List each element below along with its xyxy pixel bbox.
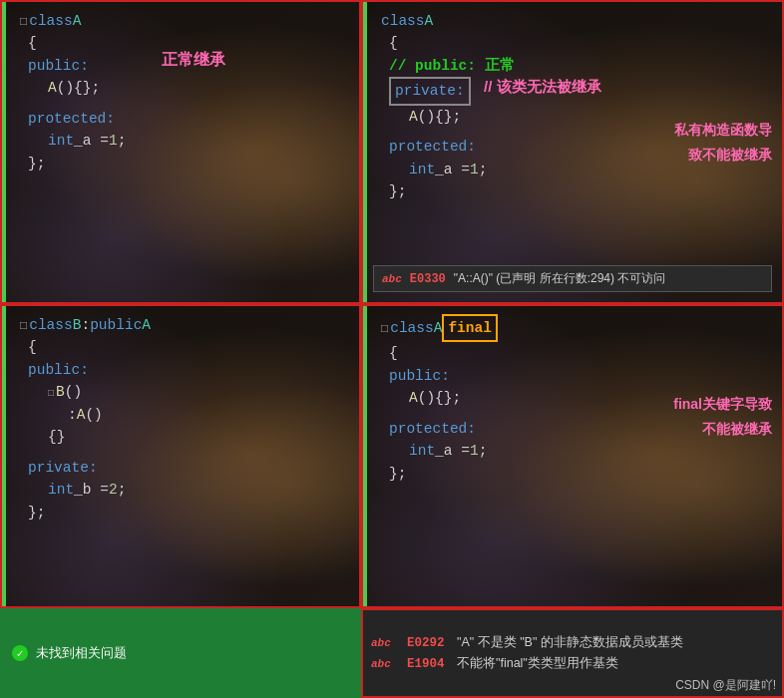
access-specifier: protected: bbox=[389, 136, 476, 158]
green-bar bbox=[2, 2, 6, 302]
access-specifier: private: bbox=[28, 457, 98, 479]
brace: }; bbox=[28, 502, 45, 524]
code-line: class A bbox=[381, 10, 770, 32]
code-line: □ B () bbox=[48, 381, 347, 403]
keyword-public: public bbox=[90, 314, 142, 336]
error-msg-e0330: "A::A()" (已声明 所在行数:294) 不可访问 bbox=[454, 270, 666, 287]
error-abc-icon2: abc bbox=[371, 658, 399, 670]
error-abc-icon1: abc bbox=[371, 637, 399, 649]
code-line: }; bbox=[389, 463, 770, 485]
keyword-int: int bbox=[48, 479, 74, 501]
class-name: A bbox=[425, 10, 434, 32]
annotation-cannot-inherit2: 致不能被继承 bbox=[688, 147, 772, 165]
collapse-icon-small: □ bbox=[48, 386, 54, 402]
panel-top-left: □ class A { public: A () {}; protect bbox=[0, 0, 361, 304]
braces: {} bbox=[48, 426, 65, 448]
code-text: ; bbox=[479, 440, 488, 462]
code-line: }; bbox=[28, 502, 347, 524]
code-line: int _a = 1 ; bbox=[409, 440, 770, 462]
annotation-cannot-inherit: // 该类无法被继承 bbox=[484, 75, 601, 98]
keyword-class: class bbox=[29, 10, 73, 32]
code-line: : A () bbox=[68, 404, 347, 426]
brace: { bbox=[389, 32, 398, 54]
brace: { bbox=[28, 32, 37, 54]
code-text: {}; bbox=[74, 77, 100, 99]
brace: { bbox=[28, 336, 37, 358]
access-specifier: public: bbox=[28, 55, 89, 77]
number-literal: 2 bbox=[109, 479, 118, 501]
method-decl: A bbox=[48, 77, 57, 99]
panel-bottom-right: □ class A final { public: A () {}; bbox=[361, 304, 784, 608]
green-bar bbox=[2, 306, 6, 606]
colon: : bbox=[81, 314, 90, 336]
keyword-class: class bbox=[29, 314, 73, 336]
keyword-int: int bbox=[409, 440, 435, 462]
code-line: □ class A bbox=[20, 10, 347, 32]
code-line: A () {}; bbox=[48, 77, 347, 99]
panel-bottom-left: □ class B : public A { public: □ B () bbox=[0, 304, 361, 608]
paren: () bbox=[418, 106, 435, 128]
code-line: □ class A final bbox=[381, 314, 770, 342]
paren: () bbox=[57, 77, 74, 99]
code-text: {}; bbox=[435, 387, 461, 409]
brace: }; bbox=[28, 153, 45, 174]
class-name-b: B bbox=[73, 314, 82, 336]
code-text: _b = bbox=[74, 479, 109, 501]
error-msg-e0292: "A" 不是类 "B" 的非静态数据成员或基类 bbox=[457, 634, 683, 651]
code-line: public: bbox=[28, 55, 347, 77]
code-text: {}; bbox=[435, 106, 461, 128]
collapse-icon: □ bbox=[20, 13, 27, 32]
collapse-icon: □ bbox=[20, 317, 27, 336]
access-specifier: public: bbox=[389, 365, 450, 387]
method-b: B bbox=[56, 381, 65, 403]
annotation-cannot-inherit3: 不能被继承 bbox=[702, 421, 772, 439]
access-specifier: protected: bbox=[389, 418, 476, 440]
code-line: private: // 该类无法被继承 bbox=[389, 77, 770, 105]
keyword-class: class bbox=[390, 317, 434, 339]
code-line: public: bbox=[28, 359, 347, 381]
class-name-a: A bbox=[434, 317, 443, 339]
blank-line bbox=[20, 100, 347, 108]
status-icon: ✓ bbox=[12, 645, 28, 661]
code-line: }; bbox=[389, 180, 770, 202]
method-decl: A bbox=[409, 106, 418, 128]
init-colon: : bbox=[68, 404, 77, 426]
code-line: private: bbox=[28, 457, 347, 479]
collapse-icon: □ bbox=[381, 320, 388, 339]
annotation-private-constructor: 私有构造函数导 bbox=[674, 122, 772, 140]
number-literal: 1 bbox=[470, 440, 479, 462]
brace: }; bbox=[389, 180, 406, 202]
paren: () bbox=[418, 387, 435, 409]
paren: () bbox=[85, 404, 102, 426]
final-keyword-highlight: final bbox=[442, 314, 498, 342]
keyword-int: int bbox=[48, 130, 74, 152]
code-line: public: bbox=[389, 365, 770, 387]
code-line: { bbox=[28, 32, 347, 54]
comment: // public: 正常 bbox=[389, 55, 515, 77]
code-line: { bbox=[28, 336, 347, 358]
code-line: // public: 正常 bbox=[389, 55, 770, 77]
error-abc-icon: abc bbox=[382, 273, 402, 285]
brace: { bbox=[389, 342, 398, 364]
code-line: int _b = 2 ; bbox=[48, 479, 347, 501]
class-name-a: A bbox=[142, 314, 151, 336]
code-line: int _a = 1 ; bbox=[48, 130, 347, 152]
code-text: _a = bbox=[435, 159, 470, 180]
error-panel: abc E0292 "A" 不是类 "B" 的非静态数据成员或基类 abc E1… bbox=[361, 608, 784, 698]
error-row-e1904: abc E1904 不能将"final"类类型用作基类 bbox=[371, 653, 774, 674]
status-label: 未找到相关问题 bbox=[36, 644, 127, 662]
keyword-int: int bbox=[409, 159, 435, 180]
green-bar bbox=[363, 306, 367, 606]
brace: }; bbox=[389, 463, 406, 485]
access-specifier: public: bbox=[28, 359, 89, 381]
keyword-private: private: bbox=[395, 83, 465, 99]
panel-top-right: class A { // public: 正常 private: // 该类无法… bbox=[361, 0, 784, 304]
green-bar bbox=[363, 2, 367, 302]
access-specifier: protected: bbox=[28, 108, 115, 130]
method-a: A bbox=[77, 404, 86, 426]
code-text: ; bbox=[479, 159, 488, 180]
code-text: ; bbox=[118, 130, 127, 152]
code-line: }; bbox=[28, 153, 347, 174]
number-literal: 1 bbox=[470, 159, 479, 180]
code-line: { bbox=[389, 342, 770, 364]
